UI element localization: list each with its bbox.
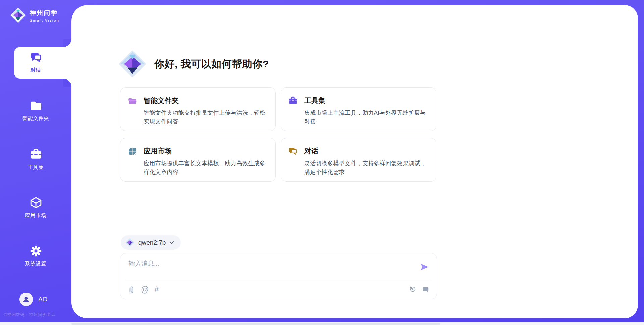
folder-icon xyxy=(30,99,42,112)
brand-subtitle: Smart Vision xyxy=(30,18,59,22)
chat-bubbles-icon xyxy=(30,51,42,64)
card-app-market[interactable]: 应用市场 应用市场提供丰富长文本模板，助力高效生成多样化文章内容 xyxy=(120,138,276,182)
horizontal-scrollbar-thumb[interactable] xyxy=(71,323,440,325)
card-description: 应用市场提供丰富长文本模板，助力高效生成多样化文章内容 xyxy=(144,159,267,177)
person-icon xyxy=(22,295,30,303)
composer: @ # xyxy=(120,253,437,299)
card-title: 智能文件夹 xyxy=(144,96,179,105)
toolbox-icon xyxy=(30,148,42,161)
paperclip-icon xyxy=(128,286,135,293)
sidebar-item-settings[interactable]: 系统设置 xyxy=(0,245,71,267)
sidebar-footer: ©神州数码 · 神州问学出品 xyxy=(4,312,71,318)
greeting-title: 你好, 我可以如何帮助你? xyxy=(154,57,269,71)
brand-diamond-icon xyxy=(10,7,26,23)
topic-icon[interactable]: # xyxy=(154,286,159,294)
card-description: 智能文件夹功能支持批量文件上传与清洗，轻松实现文件问答 xyxy=(144,109,267,126)
sidebar-item-app-market[interactable]: 应用市场 xyxy=(0,196,71,219)
sidebar-item-chat[interactable]: 对话 xyxy=(0,51,71,73)
chevron-down-icon xyxy=(169,241,174,244)
send-icon[interactable] xyxy=(419,262,429,272)
attach-file-icon[interactable] xyxy=(128,286,135,293)
sidebar-item-label: 对话 xyxy=(0,67,71,73)
avatar xyxy=(19,292,33,306)
sidebar-item-toolbox[interactable]: 工具集 xyxy=(0,148,71,171)
card-description: 灵活切换多模型文件，支持多样回复效果调试，满足个性化需求 xyxy=(304,159,427,177)
assistant-diamond-icon xyxy=(118,50,147,78)
greeting: 你好, 我可以如何帮助你? xyxy=(118,50,269,78)
sidebar-item-label: 应用市场 xyxy=(0,212,71,219)
cube-icon xyxy=(30,196,42,209)
user-account[interactable]: AD xyxy=(19,292,48,306)
model-name: qwen2:7b xyxy=(138,239,166,246)
conversation-icon[interactable] xyxy=(422,286,429,293)
grid-icon xyxy=(128,147,137,156)
sidebar-item-label: 系统设置 xyxy=(0,261,71,267)
model-selector[interactable]: qwen2:7b xyxy=(121,235,181,250)
mention-icon[interactable]: @ xyxy=(141,286,149,294)
brand-name: 神州问学 xyxy=(30,9,59,17)
model-diamond-icon xyxy=(125,238,135,247)
sidebar: 神州问学 Smart Vision 对话 智能文件夹 工 xyxy=(0,0,71,325)
horizontal-scrollbar[interactable] xyxy=(0,322,644,325)
history-icon[interactable] xyxy=(409,286,416,293)
clock-history-icon xyxy=(409,286,416,293)
toolbox-icon xyxy=(288,96,298,105)
message-input[interactable] xyxy=(128,259,410,277)
composer-divider xyxy=(126,280,431,280)
feature-cards: 智能文件夹 智能文件夹功能支持批量文件上传与清洗，轻松实现文件问答 工具集 集成… xyxy=(120,87,437,182)
card-smart-folder[interactable]: 智能文件夹 智能文件夹功能支持批量文件上传与清洗，轻松实现文件问答 xyxy=(120,87,276,131)
sidebar-item-label: 工具集 xyxy=(0,164,71,171)
card-title: 对话 xyxy=(304,146,318,156)
sidebar-item-label: 智能文件夹 xyxy=(0,115,71,122)
chat-filled-icon xyxy=(422,286,429,293)
pill-corner-top xyxy=(63,39,71,47)
card-title: 工具集 xyxy=(304,96,325,105)
pill-corner-bottom xyxy=(63,79,71,87)
user-name: AD xyxy=(38,296,48,303)
chat-bubbles-icon xyxy=(288,147,298,156)
gear-icon xyxy=(30,245,42,257)
brand-logo: 神州问学 Smart Vision xyxy=(10,7,59,23)
folder-icon xyxy=(128,96,137,105)
card-description: 集成市场上主流工具，助力AI与外界无缝扩展与对接 xyxy=(304,109,427,126)
card-chat[interactable]: 对话 灵活切换多模型文件，支持多样回复效果调试，满足个性化需求 xyxy=(281,138,436,182)
card-toolbox[interactable]: 工具集 集成市场上主流工具，助力AI与外界无缝扩展与对接 xyxy=(281,87,436,131)
sidebar-item-smart-folder[interactable]: 智能文件夹 xyxy=(0,99,71,122)
card-title: 应用市场 xyxy=(144,146,172,156)
